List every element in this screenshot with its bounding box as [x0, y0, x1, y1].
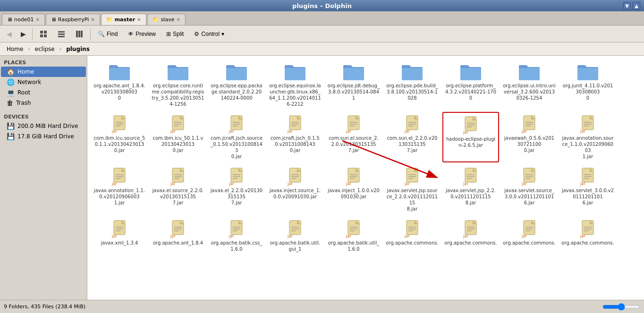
breadcrumb-plugins[interactable]: plugins	[63, 45, 93, 53]
sidebar-item-home[interactable]: 🏠 Home	[1, 67, 86, 77]
svg-text:jar: jar	[463, 234, 468, 238]
list-item[interactable]: jar javax.annotation_1.1.0.v201209060031…	[91, 164, 148, 215]
breadcrumb-home[interactable]: Home	[4, 45, 26, 53]
list-item[interactable]: org.apache.ant_1.8.4.v201303080030	[91, 59, 148, 110]
view-columns-button[interactable]	[71, 28, 87, 40]
list-item[interactable]: jar org.apache.ant_1.8.4	[150, 217, 206, 255]
list-item[interactable]: org.eclipse.ui.intro.universal_3.2.600.v…	[501, 59, 558, 110]
file-label: javax.annotation_1.1.0.v201209060031.jar	[93, 187, 146, 206]
file-label: javax.inject_1.0.0.v20091030.jar	[327, 187, 380, 200]
breadcrumb-eclipse[interactable]: eclipse	[32, 45, 58, 53]
tab-master[interactable]: 📁 master ✕	[101, 14, 146, 25]
list-item[interactable]: org.eclipse.core.runtime.compatibility.r…	[150, 59, 206, 110]
list-item[interactable]: jar javax.inject.source_1.0.0.v20091030.…	[267, 164, 323, 215]
sidebar-places-header: Places	[0, 58, 87, 67]
list-item[interactable]: jar com.sun.el.source_2.2.0.v20130315135…	[325, 112, 382, 162]
zoom-slider[interactable]	[602, 303, 640, 311]
svg-text:jar: jar	[229, 129, 234, 134]
sidebar-item-trash[interactable]: 🗑 Trash	[1, 98, 86, 108]
list-item[interactable]: jar org.apache.commons.	[559, 217, 616, 255]
sidebar-item-root[interactable]: 💻 Root	[1, 87, 86, 98]
tab-raspberrypi[interactable]: 🖥 RaspberryPi ✕	[46, 14, 100, 25]
file-area[interactable]: org.apache.ant_1.8.4.v201303080030 org.e…	[87, 56, 644, 300]
file-label: org.eclipse.platform_4.3.2.v20140221-170…	[444, 83, 497, 101]
jar-icon: jar	[578, 220, 597, 238]
svg-rect-1	[44, 31, 47, 34]
jar-icon: jar	[110, 220, 129, 238]
folder-icon	[576, 62, 599, 81]
list-item[interactable]: jar com.jcraft.jsch.source_0.1.50.v20131…	[208, 112, 265, 162]
sidebar-item-network[interactable]: 🌐 Network	[1, 77, 86, 87]
file-label: org.eclipse.pde.build_3.8.100.v20130514-…	[386, 83, 439, 101]
list-item[interactable]: jar org.apache.commons.	[501, 217, 558, 255]
list-item[interactable]: jar javax.servlet.source_3.0.0.v20111201…	[501, 164, 558, 215]
list-item[interactable]: jar hadoop-eclipse-plugin-2.6.5.jar	[442, 112, 499, 162]
list-item[interactable]: jar javax.xml_1.3.4	[91, 217, 148, 255]
jar-icon: jar	[286, 220, 305, 238]
jar-icon: jar	[520, 220, 539, 238]
sidebar-item-hdd1[interactable]: 💾 200.0 MiB Hard Drive	[1, 121, 86, 131]
find-button[interactable]: 🔍 Find	[93, 29, 122, 39]
list-item[interactable]: jar javax.servlet.jsp.source_2.2.0.v2011…	[384, 164, 441, 215]
minimize-button[interactable]: ▼	[623, 2, 631, 9]
list-item[interactable]: jar com.sun.el_2.2.0.v201303151357.jar	[384, 112, 441, 162]
back-button[interactable]: ◀	[3, 28, 15, 40]
maximize-button[interactable]: ▲	[633, 2, 640, 9]
file-label: org.apache.commons.	[561, 240, 614, 246]
tab-label: slave	[161, 17, 175, 23]
list-item[interactable]: org.eclipse.pde.build_3.8.100.v20130514-…	[384, 59, 441, 110]
list-item[interactable]: jar javax.el.source_2.2.0.v201303151357.…	[150, 164, 206, 215]
svg-text:jar: jar	[287, 234, 293, 238]
list-item[interactable]: org.junit_4.11.0.v201303080030	[559, 59, 616, 110]
list-item[interactable]: jar org.apache.batik.css_1.6.0	[208, 217, 265, 255]
list-item[interactable]: org.eclipse.jdt.debug_3.8.0.v20130514-08…	[325, 59, 382, 110]
breadcrumb-separator-1: ›	[28, 46, 30, 52]
folder-icon	[342, 62, 365, 81]
tab-close[interactable]: ✕	[91, 17, 94, 22]
jar-icon: jar	[169, 115, 187, 134]
list-item[interactable]: jar javax.servlet_3.0.0.v201112011016.ja…	[559, 164, 616, 215]
jar-icon: jar	[403, 220, 422, 238]
list-item[interactable]: jar com.ibm.icu_50.1.1.v201304230130.jar	[150, 112, 206, 162]
list-item[interactable]: jar javaewah_0.5.6.v201307211000.jar	[501, 112, 558, 162]
list-item[interactable]: jar org.apache.batik.util_1.6.0	[325, 217, 382, 255]
tab-close[interactable]: ✕	[35, 17, 39, 22]
tab-close[interactable]: ✕	[176, 17, 180, 22]
list-item[interactable]: jar com.ibm.icu.source_50.1.1.v201304230…	[91, 112, 148, 162]
list-item[interactable]: jar javax.inject_1.0.0.v20091030.jar	[325, 164, 382, 215]
list-item[interactable]: org.eclipse.epp.package.standard_2.0.2.2…	[208, 59, 265, 110]
split-icon: ⊞	[166, 31, 171, 37]
list-item[interactable]: org.eclipse.platform_4.3.2.v20140221-170…	[442, 59, 499, 110]
jar-icon: jar	[403, 115, 422, 134]
tab-slave[interactable]: 📁 slave ✕	[147, 14, 186, 25]
file-label: javax.el_2.2.0.v201303151357.jar	[210, 187, 263, 206]
tab-node01[interactable]: 🖥 node01 ✕	[2, 14, 45, 25]
svg-text:jar: jar	[170, 129, 176, 134]
tab-close[interactable]: ✕	[137, 17, 141, 22]
list-item[interactable]: jar javax.el_2.2.0.v201303151357.jar	[208, 164, 265, 215]
file-label: org.apache.ant_1.8.4	[153, 240, 203, 246]
view-icons-button[interactable]	[35, 28, 51, 40]
forward-button[interactable]: ▶	[17, 28, 29, 40]
list-item[interactable]: jar javax.annotation.source_1.1.0.v20120…	[559, 112, 616, 162]
list-item[interactable]: jar org.apache.commons.	[384, 217, 441, 255]
folder-icon	[401, 62, 424, 81]
jar-icon: jar	[286, 115, 305, 134]
preview-button[interactable]: 👁 Preview	[124, 29, 160, 39]
file-label: org.apache.batik.util.gui_1	[269, 240, 322, 252]
file-label: javax.servlet.source_3.0.0.v201112011016…	[503, 187, 556, 206]
control-button[interactable]: ⚙ Control ▾	[190, 29, 229, 39]
view-list-button[interactable]	[53, 28, 69, 40]
sidebar-item-hdd2[interactable]: 💾 17.8 GiB Hard Drive	[1, 131, 86, 142]
file-label: org.eclipse.epp.package.standard_2.0.2.2…	[210, 83, 263, 101]
list-item[interactable]: jar org.apache.commons.	[442, 217, 499, 255]
tab-icon: 🖥	[7, 17, 12, 23]
svg-text:jar: jar	[580, 182, 585, 186]
root-icon: 💻	[7, 89, 15, 96]
split-button[interactable]: ⊞ Split	[162, 29, 188, 39]
list-item[interactable]: jar org.apache.batik.util.gui_1	[267, 217, 323, 255]
list-item[interactable]: jar javax.servlet.jsp_2.2.0.v20111201115…	[442, 164, 499, 215]
list-item[interactable]: org.eclipse.equinox.launcher.gtk.linux.x…	[267, 59, 323, 110]
folder-icon	[518, 62, 541, 81]
list-item[interactable]: jar com.jcraft.jsch_0.1.50.v201310081430…	[267, 112, 323, 162]
